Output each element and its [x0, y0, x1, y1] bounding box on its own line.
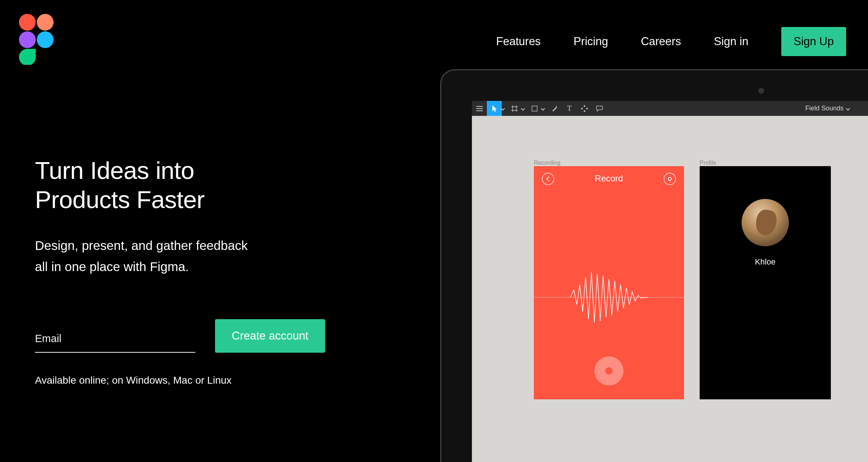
- signup-button[interactable]: Sign Up: [781, 27, 846, 56]
- hero-subtitle-line1: Design, present, and gather feedback: [35, 238, 248, 252]
- laptop-mockup: T Field Sounds Recording Record: [440, 69, 868, 462]
- design-canvas[interactable]: Recording Record Profile: [472, 116, 868, 462]
- svg-rect-1: [37, 14, 54, 31]
- hero-title-line2: Products Faster: [35, 186, 204, 213]
- frame-label-recording[interactable]: Recording: [534, 160, 560, 166]
- component-tool-icon[interactable]: [577, 101, 592, 116]
- nav-signin[interactable]: Sign in: [714, 35, 748, 48]
- camera-icon: [758, 88, 764, 94]
- frame-tool-chevron-icon[interactable]: [519, 101, 527, 116]
- comment-tool-icon[interactable]: [592, 101, 607, 116]
- hero-title-line1: Turn Ideas into: [35, 157, 194, 184]
- shape-tool-chevron-icon[interactable]: [539, 101, 547, 116]
- signup-row: Create account: [35, 319, 363, 353]
- nav-pricing[interactable]: Pricing: [574, 35, 608, 48]
- text-tool-icon[interactable]: T: [562, 101, 577, 116]
- svg-rect-4: [532, 106, 537, 111]
- document-title-text: Field Sounds: [805, 105, 844, 112]
- menu-icon[interactable]: [472, 101, 487, 116]
- svg-rect-3: [37, 31, 54, 48]
- nav-features[interactable]: Features: [496, 35, 541, 48]
- svg-rect-0: [19, 14, 36, 31]
- document-title[interactable]: Field Sounds: [805, 105, 849, 112]
- avatar: [742, 199, 789, 246]
- recording-title: Record: [595, 173, 623, 184]
- hero-subtitle-line2: all in one place with Figma.: [35, 259, 189, 274]
- location-pin-icon[interactable]: [664, 173, 676, 185]
- hero-section: Turn Ideas into Products Faster Design, …: [35, 156, 363, 386]
- hero-title: Turn Ideas into Products Faster: [35, 156, 363, 215]
- artboard-recording[interactable]: Record: [534, 166, 684, 399]
- waveform-graphic: [534, 268, 684, 326]
- profile-name: Khloe: [755, 257, 775, 267]
- svg-rect-8: [586, 107, 588, 110]
- email-input[interactable]: [35, 327, 195, 353]
- svg-rect-2: [19, 31, 36, 48]
- app-toolbar: T Field Sounds: [472, 101, 868, 116]
- record-button[interactable]: [594, 356, 623, 385]
- pen-tool-icon[interactable]: [547, 101, 562, 116]
- move-tool-chevron-icon[interactable]: [499, 101, 507, 116]
- hero-subtitle: Design, present, and gather feedback all…: [35, 235, 363, 277]
- svg-rect-6: [583, 110, 586, 112]
- nav-careers[interactable]: Careers: [641, 35, 681, 48]
- back-icon[interactable]: [542, 173, 554, 185]
- artboard-profile[interactable]: Khloe: [700, 166, 831, 399]
- chevron-down-icon: [846, 106, 850, 110]
- create-account-button[interactable]: Create account: [215, 319, 325, 353]
- availability-text: Available online; on Windows, Mac or Lin…: [35, 375, 363, 386]
- top-nav: Features Pricing Careers Sign in Sign Up: [496, 27, 846, 56]
- frame-label-profile[interactable]: Profile: [700, 160, 716, 166]
- figma-logo[interactable]: [19, 14, 54, 65]
- app-window: T Field Sounds Recording Record: [472, 101, 868, 462]
- record-dot-icon: [605, 367, 613, 375]
- svg-rect-7: [581, 107, 583, 110]
- svg-rect-5: [583, 105, 586, 107]
